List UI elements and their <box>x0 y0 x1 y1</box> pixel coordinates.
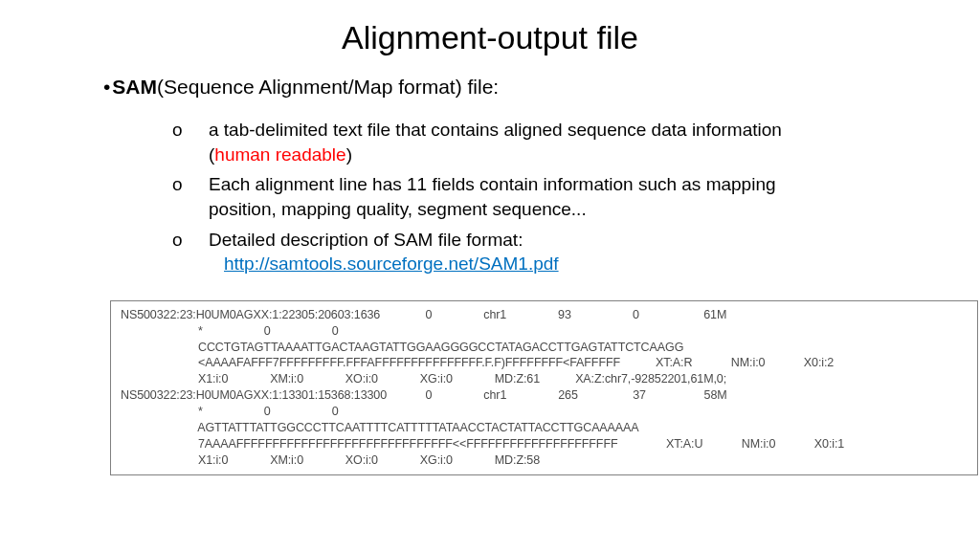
item-text: Each alignment line has 11 fields contai… <box>209 174 776 219</box>
item-text-red: human readable <box>214 144 345 165</box>
item-text: Detailed description of SAM file format: <box>209 230 523 250</box>
main-bullet: •SAM(Sequence Alignment/Map format) file… <box>103 76 923 99</box>
list-marker: o <box>172 228 183 253</box>
list-marker: o <box>172 172 183 197</box>
slide: Alignment-output file •SAM(Sequence Alig… <box>0 0 980 475</box>
list-item: o a tab-delimited text file that contain… <box>172 118 823 166</box>
list-item: o Each alignment line has 11 fields cont… <box>172 172 823 221</box>
sub-list: o a tab-delimited text file that contain… <box>172 118 823 276</box>
page-title: Alignment-output file <box>57 19 923 56</box>
item-text-post: ) <box>346 144 352 165</box>
sam-spec-link[interactable]: http://samtools.sourceforge.net/SAM1.pdf <box>224 252 559 276</box>
bullet-dot: • <box>103 76 110 98</box>
list-marker: o <box>172 118 183 143</box>
bullet-rest: (Sequence Alignment/Map format) file: <box>157 76 499 98</box>
sam-example-box: NS500322:23:H0UM0AGXX:1:22305:20603:1636… <box>110 300 978 475</box>
list-item: o Detailed description of SAM file forma… <box>172 228 823 276</box>
bullet-bold: SAM <box>112 76 157 98</box>
